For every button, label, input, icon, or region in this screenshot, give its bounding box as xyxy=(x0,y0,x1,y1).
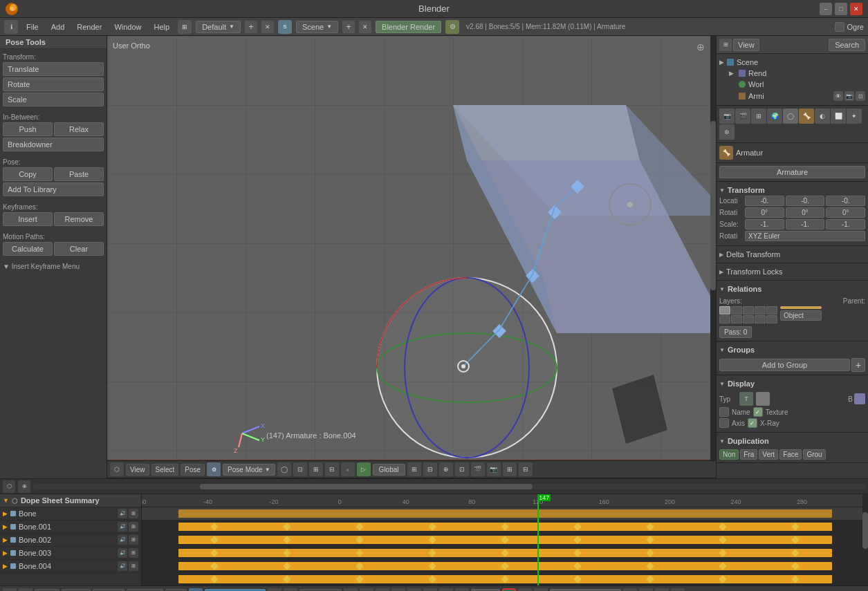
remove-btn[interactable]: Remove xyxy=(54,212,104,226)
window-menu[interactable]: Window xyxy=(110,21,145,32)
layer-10[interactable] xyxy=(766,315,777,323)
dope-summary-icon[interactable]: ⬡ xyxy=(12,497,18,505)
prop-icon-material[interactable]: ◐ xyxy=(815,109,830,124)
plus-frame-btn[interactable]: + xyxy=(518,588,532,592)
axis-checkbox[interactable] xyxy=(719,418,729,428)
typ-icon[interactable]: T xyxy=(739,392,753,406)
expand-viewport-btn[interactable]: ⊕ xyxy=(696,41,705,53)
layer-9[interactable] xyxy=(755,315,766,323)
insert-keyframe-menu[interactable]: ▼ Insert Keyframe Menu xyxy=(0,261,107,274)
layer-4[interactable] xyxy=(755,306,766,315)
transform-locks-header[interactable]: ▶ Transform Locks xyxy=(719,266,865,277)
translate-btn[interactable]: Translate xyxy=(3,62,104,76)
action-editor-dropdown[interactable]: Action Editor ▼ xyxy=(205,589,265,592)
add-to-library-btn[interactable]: Add To Library xyxy=(3,182,104,196)
add-menu[interactable]: Add xyxy=(47,21,69,32)
object-dropdown[interactable]: Object xyxy=(780,310,822,321)
rend-item[interactable]: ▶ Rend xyxy=(729,68,865,79)
viewport-scroll-thumb[interactable] xyxy=(710,121,716,291)
playback-icon-2[interactable]: ⏭ xyxy=(360,588,373,592)
armi-camera-icon[interactable]: 📷 xyxy=(844,91,854,101)
playback-icon-7[interactable]: ⊡ xyxy=(439,588,453,592)
armi-item[interactable]: Armi 👁 📷 ⊡ xyxy=(729,90,865,102)
vp-icon-2[interactable]: ⊡ xyxy=(293,462,307,476)
insert-btn[interactable]: Insert xyxy=(3,212,53,226)
transform-header-right[interactable]: ▼ Transform xyxy=(719,185,865,196)
timeline-scrollbar[interactable] xyxy=(862,494,868,585)
vp-icon-6[interactable]: ▷ xyxy=(357,462,371,476)
viewport-scrollbar[interactable] xyxy=(710,36,716,460)
worl-item[interactable]: Worl xyxy=(729,79,865,90)
prop-icon-texture[interactable]: ⬜ xyxy=(831,109,846,124)
vp-global-btn[interactable]: Global xyxy=(373,464,405,476)
info-icon[interactable]: ℹ xyxy=(4,20,18,34)
action-icon-4[interactable]: ✕ xyxy=(284,588,297,592)
help-menu[interactable]: Help xyxy=(150,21,174,32)
paste-btn[interactable]: Paste xyxy=(54,167,104,181)
render-menu[interactable]: Render xyxy=(73,21,106,32)
scene-close-btn[interactable]: ✕ xyxy=(359,21,371,33)
layer-5[interactable] xyxy=(766,306,777,315)
dope-scrollbar-horizontal[interactable] xyxy=(33,484,865,489)
vp-pose-btn[interactable]: Pose xyxy=(181,464,205,476)
layer-8[interactable] xyxy=(743,315,754,323)
prop-icon-render[interactable]: 🎬 xyxy=(735,109,750,124)
prop-icon-scene[interactable]: ⊞ xyxy=(751,109,766,124)
file-menu[interactable]: File xyxy=(22,21,43,32)
xray-checkbox[interactable]: ✓ xyxy=(748,418,757,428)
close-btn[interactable]: ✕ xyxy=(850,3,862,15)
action-icon-right-4[interactable]: ⬡ xyxy=(671,588,685,592)
search-btn[interactable]: Search xyxy=(829,39,865,51)
scale-y[interactable]: -1. xyxy=(786,219,825,229)
layout-add-btn[interactable]: + xyxy=(245,21,257,33)
vp-icon-14[interactable]: ⊟ xyxy=(519,462,533,476)
dope-scroll-thumb[interactable] xyxy=(200,484,533,489)
rotati-z[interactable]: 0° xyxy=(826,207,865,218)
scale-x[interactable]: -1. xyxy=(745,219,784,229)
vp-view-btn[interactable]: View xyxy=(126,464,149,476)
vp-icon-11[interactable]: 🎬 xyxy=(471,462,485,476)
add-to-group-btn[interactable]: Add to Group xyxy=(719,359,850,371)
pose-mode-dropdown[interactable]: Pose Mode ▼ xyxy=(223,464,275,476)
dope-summary-expand[interactable]: ▼ xyxy=(3,497,9,504)
duplication-header[interactable]: ▼ Duplication xyxy=(719,435,865,447)
layer-2[interactable] xyxy=(731,306,742,315)
typ-swatch[interactable] xyxy=(756,392,770,406)
scene-icon[interactable]: S xyxy=(278,20,292,34)
pass-btn[interactable]: Pass: 0 xyxy=(719,326,752,338)
vp-icon-9[interactable]: ⊕ xyxy=(439,462,453,476)
prop-icon-world[interactable]: 🌍 xyxy=(767,109,782,124)
playback-icon-8[interactable]: ⬡ xyxy=(455,588,469,592)
action-icon-right-3[interactable]: ⊕ xyxy=(655,588,669,592)
relations-header[interactable]: ▼ Relations xyxy=(719,283,865,294)
action-icon-3[interactable]: + xyxy=(268,588,281,592)
breakdowner-btn[interactable]: Breakdowner xyxy=(3,138,104,151)
groups-header[interactable]: ▼ Groups xyxy=(719,344,865,355)
f-button[interactable]: F xyxy=(502,588,517,592)
prop-icon-armature[interactable]: 🦴 xyxy=(799,109,814,124)
viewport[interactable]: User Ortho xyxy=(107,36,716,460)
layer-6[interactable] xyxy=(719,315,730,323)
action-icon-2[interactable]: ⊕ xyxy=(19,588,33,592)
nearest-frame-btn[interactable]: Nearest Frame ▼ xyxy=(550,589,620,592)
action-marker-btn[interactable]: Marker xyxy=(93,589,124,592)
locati-z[interactable]: -0. xyxy=(826,196,865,206)
playback-icon-4[interactable]: ▶ xyxy=(391,588,405,592)
maximize-btn[interactable]: □ xyxy=(835,3,847,15)
action-select-btn[interactable]: Select xyxy=(62,589,91,592)
armature-icon-btn[interactable]: 🦴 xyxy=(719,146,733,160)
prop-icon-camera[interactable]: 📷 xyxy=(719,109,735,124)
vp-icon-1[interactable]: ◯ xyxy=(277,462,291,476)
vp-icon-8[interactable]: ⊟ xyxy=(423,462,437,476)
push-btn[interactable]: Push xyxy=(3,122,53,136)
layer-7[interactable] xyxy=(731,315,742,323)
scene-add-btn[interactable]: + xyxy=(342,21,355,33)
dope-icon-2[interactable]: ⊕ xyxy=(18,480,30,493)
playback-icon-6[interactable]: ⊞ xyxy=(423,588,437,592)
rotati-x[interactable]: 0° xyxy=(745,207,784,218)
summary-btn[interactable]: Summary xyxy=(299,589,342,592)
pose-tools-header[interactable]: Pose Tools xyxy=(0,36,107,49)
vp-icon-4[interactable]: ⊟ xyxy=(325,462,339,476)
dup-vert-btn[interactable]: Vert xyxy=(759,449,778,460)
playback-icon-5[interactable]: ▶▶ xyxy=(407,588,421,592)
